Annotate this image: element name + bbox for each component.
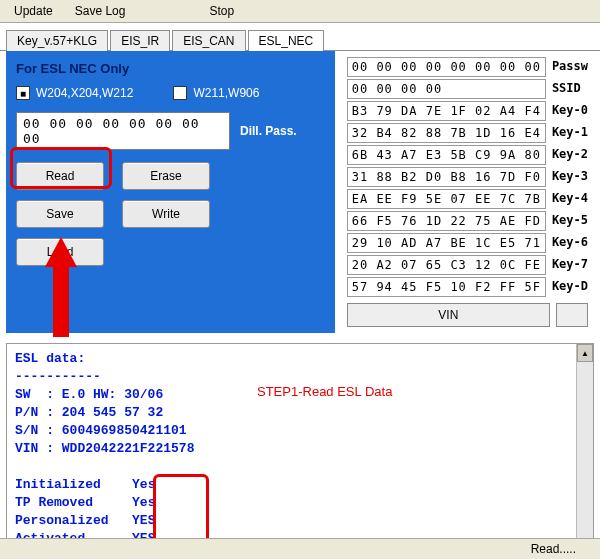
key5-label: Key-5 — [552, 211, 588, 231]
status-bar: Read..... — [0, 538, 600, 559]
key7-label: Key-7 — [552, 255, 588, 275]
console: ESL data: ----------- SW : E.0 HW: 30/06… — [6, 343, 594, 559]
load-button[interactable]: Load — [16, 238, 104, 266]
keys-panel: 00 00 00 00 00 00 00 00Passw 00 00 00 00… — [341, 51, 594, 333]
checkbox-w211[interactable]: W211,W906 — [173, 86, 259, 100]
checkbox-label: W211,W906 — [193, 86, 259, 100]
line: SW : E.0 HW: 30/06 — [15, 387, 163, 402]
line: VIN : WDD2042221F221578 — [15, 441, 194, 456]
tab-eis-ir[interactable]: EIS_IR — [110, 30, 170, 51]
key2-hex[interactable]: 6B 43 A7 E3 5B C9 9A 80 — [347, 145, 546, 165]
key6-label: Key-6 — [552, 233, 588, 253]
checkbox-icon: ■ — [16, 86, 30, 100]
read-button[interactable]: Read — [16, 162, 104, 190]
vin-button[interactable]: VIN — [347, 303, 550, 327]
panel-row: For ESL NEC Only ■ W204,X204,W212 W211,W… — [0, 50, 600, 339]
checkbox-icon — [173, 86, 187, 100]
menu-stop[interactable]: Stop — [199, 2, 244, 20]
key0-label: Key-0 — [552, 101, 588, 121]
line: TP Removed — [15, 495, 93, 510]
checkbox-w204[interactable]: ■ W204,X204,W212 — [16, 86, 133, 100]
write-button[interactable]: Write — [122, 200, 210, 228]
val: Yes — [132, 495, 155, 510]
panel-title: For ESL NEC Only — [16, 61, 325, 76]
line: Initialized — [15, 477, 101, 492]
val: YES — [132, 513, 155, 528]
key1-hex[interactable]: 32 B4 82 88 7B 1D 16 E4 — [347, 123, 546, 143]
line: ----------- — [15, 369, 101, 384]
scrollbar[interactable]: ▲ ▼ — [576, 344, 593, 559]
line: S/N : 6004969850421101 — [15, 423, 187, 438]
checkbox-label: W204,X204,W212 — [36, 86, 133, 100]
val: Yes — [132, 477, 155, 492]
key3-label: Key-3 — [552, 167, 588, 187]
key5-hex[interactable]: 66 F5 76 1D 22 75 AE FD — [347, 211, 546, 231]
key1-label: Key-1 — [552, 123, 588, 143]
line: Personalized — [15, 513, 109, 528]
svg-rect-0 — [53, 267, 69, 337]
dill-pass-input[interactable]: 00 00 00 00 00 00 00 00 — [16, 112, 230, 150]
tab-esl-nec[interactable]: ESL_NEC — [248, 30, 325, 51]
menubar: Update Save Log Stop — [0, 0, 600, 23]
erase-button[interactable]: Erase — [122, 162, 210, 190]
key4-label: Key-4 — [552, 189, 588, 209]
menu-spacer — [137, 9, 197, 13]
save-button[interactable]: Save — [16, 200, 104, 228]
keyd-label: Key-D — [552, 277, 588, 297]
tab-eis-can[interactable]: EIS_CAN — [172, 30, 245, 51]
key0-hex[interactable]: B3 79 DA 7E 1F 02 A4 F4 — [347, 101, 546, 121]
console-text: ESL data: ----------- SW : E.0 HW: 30/06… — [7, 344, 593, 559]
step-note: STEP1-Read ESL Data — [257, 384, 392, 399]
ssid-hex[interactable]: 00 00 00 00 — [347, 79, 546, 99]
key6-hex[interactable]: 29 10 AD A7 BE 1C E5 71 — [347, 233, 546, 253]
menu-update[interactable]: Update — [4, 2, 63, 20]
menu-savelog[interactable]: Save Log — [65, 2, 136, 20]
status-text: Read..... — [531, 542, 576, 556]
keyd-hex[interactable]: 57 94 45 F5 10 F2 FF 5F — [347, 277, 546, 297]
line: ESL data: — [15, 351, 85, 366]
key4-hex[interactable]: EA EE F9 5E 07 EE 7C 7B — [347, 189, 546, 209]
scroll-up-icon[interactable]: ▲ — [577, 344, 593, 362]
key2-label: Key-2 — [552, 145, 588, 165]
ssid-label: SSID — [552, 79, 588, 99]
esl-nec-panel: For ESL NEC Only ■ W204,X204,W212 W211,W… — [6, 51, 335, 333]
key7-hex[interactable]: 20 A2 07 65 C3 12 0C FE — [347, 255, 546, 275]
key3-hex[interactable]: 31 88 B2 D0 B8 16 7D F0 — [347, 167, 546, 187]
dill-pass-label: Dill. Pass. — [240, 124, 297, 138]
passw-hex[interactable]: 00 00 00 00 00 00 00 00 — [347, 57, 546, 77]
passw-label: Passw — [552, 57, 588, 77]
line: P/N : 204 545 57 32 — [15, 405, 163, 420]
tab-key[interactable]: Key_v.57+KLG — [6, 30, 108, 51]
vin-aux-button[interactable] — [556, 303, 588, 327]
tab-bar: Key_v.57+KLG EIS_IR EIS_CAN ESL_NEC — [0, 23, 600, 50]
